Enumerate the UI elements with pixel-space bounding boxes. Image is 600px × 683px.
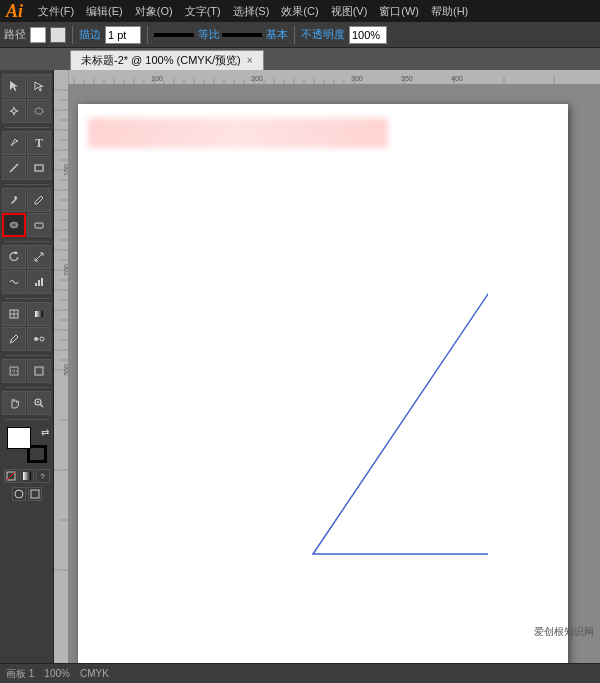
lasso-tool[interactable] bbox=[27, 99, 51, 123]
blob-brush-tool[interactable] bbox=[2, 213, 26, 237]
fill-color-box[interactable] bbox=[7, 427, 31, 449]
rotate-tool[interactable] bbox=[2, 245, 26, 269]
stroke-weight-input[interactable] bbox=[105, 26, 141, 44]
stroke-preview bbox=[154, 33, 194, 37]
rect-tool[interactable] bbox=[27, 156, 51, 180]
tool-row-2 bbox=[0, 99, 53, 123]
options-toolbar: 路径 描边 等比 基本 不透明度 bbox=[0, 22, 600, 48]
tab-close-btn[interactable]: × bbox=[247, 55, 253, 66]
watermark: 爱创根知识网 bbox=[534, 625, 594, 639]
menu-select[interactable]: 选择(S) bbox=[228, 2, 275, 21]
normal-view-btn[interactable] bbox=[12, 487, 26, 501]
tool-row-7 bbox=[0, 245, 53, 269]
tool-sep-3 bbox=[5, 241, 49, 242]
svg-line-36 bbox=[7, 472, 15, 480]
svg-point-6 bbox=[16, 140, 18, 142]
svg-text:300: 300 bbox=[63, 364, 68, 376]
svg-marker-117 bbox=[313, 294, 488, 554]
direct-select-tool[interactable] bbox=[27, 74, 51, 98]
stroke-color-btn[interactable] bbox=[30, 27, 46, 43]
line-tool[interactable] bbox=[2, 156, 26, 180]
basic-label: 基本 bbox=[266, 27, 288, 42]
pattern-color-btn[interactable]: ? bbox=[36, 469, 50, 483]
svg-rect-30 bbox=[36, 368, 42, 374]
blend-tool[interactable] bbox=[27, 327, 51, 351]
gradient-color-btn[interactable] bbox=[20, 469, 34, 483]
fill-btn[interactable] bbox=[50, 27, 66, 43]
tool-sep-7 bbox=[5, 419, 49, 420]
pencil-tool[interactable] bbox=[27, 188, 51, 212]
view-mode-row bbox=[12, 487, 42, 501]
pen-tool[interactable] bbox=[2, 131, 26, 155]
svg-line-32 bbox=[40, 404, 43, 407]
paintbrush-tool[interactable] bbox=[2, 188, 26, 212]
slice-tool[interactable] bbox=[2, 359, 26, 383]
swap-colors-btn[interactable]: ⇄ bbox=[41, 427, 49, 438]
svg-rect-12 bbox=[35, 223, 43, 228]
ratio-preview bbox=[222, 33, 262, 37]
sep3 bbox=[294, 26, 295, 44]
svg-text:100: 100 bbox=[63, 164, 68, 176]
tab-title: 未标题-2* @ 100% (CMYK/预览) bbox=[81, 53, 241, 68]
menu-text[interactable]: 文字(T) bbox=[180, 2, 226, 21]
eyedropper-tool[interactable] bbox=[2, 327, 26, 351]
sep2 bbox=[147, 26, 148, 44]
mesh-tool[interactable] bbox=[2, 302, 26, 326]
select-tool[interactable] bbox=[2, 74, 26, 98]
svg-rect-8 bbox=[35, 165, 43, 171]
tool-sep-2 bbox=[5, 184, 49, 185]
warp-tool[interactable] bbox=[2, 270, 26, 294]
tool-row-6 bbox=[0, 213, 53, 237]
tool-row-3: T bbox=[0, 131, 53, 155]
type-tool[interactable]: T bbox=[27, 131, 51, 155]
svg-text:400: 400 bbox=[451, 75, 463, 82]
magic-wand-tool[interactable] bbox=[2, 99, 26, 123]
opacity-input[interactable] bbox=[349, 26, 387, 44]
eraser-tool[interactable] bbox=[27, 213, 51, 237]
svg-rect-21 bbox=[35, 311, 43, 317]
svg-line-22 bbox=[10, 342, 11, 343]
tool-row-11 bbox=[0, 359, 53, 383]
menu-effect[interactable]: 效果(C) bbox=[276, 2, 323, 21]
gradient-tool[interactable] bbox=[27, 302, 51, 326]
menu-window[interactable]: 窗口(W) bbox=[374, 2, 424, 21]
fullscreen-btn[interactable] bbox=[28, 487, 42, 501]
svg-point-24 bbox=[40, 337, 44, 341]
zoom-status: 100% bbox=[44, 668, 70, 679]
tool-sep-5 bbox=[5, 355, 49, 356]
tool-row-5 bbox=[0, 188, 53, 212]
color-mode-status: CMYK bbox=[80, 668, 109, 679]
svg-rect-37 bbox=[23, 472, 31, 480]
menu-help[interactable]: 帮助(H) bbox=[426, 2, 473, 21]
ratio-label: 等比 bbox=[198, 27, 220, 42]
svg-rect-17 bbox=[41, 278, 43, 286]
svg-point-4 bbox=[12, 109, 16, 113]
graph-tool[interactable] bbox=[27, 270, 51, 294]
blurred-content bbox=[88, 118, 388, 148]
scale-tool[interactable] bbox=[27, 245, 51, 269]
menu-edit[interactable]: 编辑(E) bbox=[81, 2, 128, 21]
none-color-btn[interactable] bbox=[4, 469, 18, 483]
hand-tool[interactable] bbox=[2, 391, 26, 415]
ruler-left: 100 200 300 bbox=[54, 70, 68, 663]
tool-sep-4 bbox=[5, 298, 49, 299]
sep1 bbox=[72, 26, 73, 44]
opacity-label: 不透明度 bbox=[301, 27, 345, 42]
zoom-tool[interactable] bbox=[27, 391, 51, 415]
tool-row-4 bbox=[0, 156, 53, 180]
menu-view[interactable]: 视图(V) bbox=[326, 2, 373, 21]
active-tab[interactable]: 未标题-2* @ 100% (CMYK/预览) × bbox=[70, 50, 264, 70]
svg-point-38 bbox=[15, 490, 23, 498]
tabbar: 未标题-2* @ 100% (CMYK/预览) × bbox=[0, 48, 600, 70]
main-area: T bbox=[0, 70, 600, 663]
statusbar: 画板 1 100% CMYK bbox=[0, 663, 600, 683]
tool-row-9 bbox=[0, 302, 53, 326]
menu-object[interactable]: 对象(O) bbox=[130, 2, 178, 21]
svg-text:200: 200 bbox=[251, 75, 263, 82]
ruler-top: 100 200 300 350 400 bbox=[54, 70, 600, 84]
artboard-tool[interactable] bbox=[27, 359, 51, 383]
app-logo: Ai bbox=[6, 1, 23, 22]
tool-row-10 bbox=[0, 327, 53, 351]
svg-line-14 bbox=[35, 253, 43, 261]
menu-file[interactable]: 文件(F) bbox=[33, 2, 79, 21]
